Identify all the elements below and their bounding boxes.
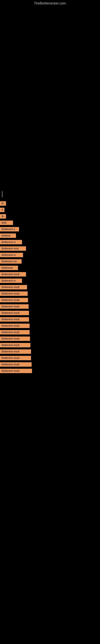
result-item[interactable]: Bottleneck result <box>0 285 100 290</box>
result-item[interactable]: Bottleneck result <box>0 298 100 302</box>
result-label: Bottleneck result <box>0 356 31 360</box>
result-label: Bottleneck result <box>0 330 30 334</box>
result-item[interactable]: Bottleneck result <box>0 324 100 328</box>
result-item[interactable]: Bottleneck re <box>0 240 100 244</box>
result-item[interactable]: Bottleneck re <box>0 278 100 283</box>
result-label: Bottleneck result <box>0 343 30 347</box>
top-area <box>0 6 100 98</box>
result-label: Bottleneck <box>0 266 18 270</box>
result-label: Bottleneck re <box>0 240 22 244</box>
result-label: Bottleneck d <box>0 227 19 232</box>
result-item[interactable]: Bottleneck <box>0 266 100 270</box>
result-label: B↓ <box>0 214 6 218</box>
result-label: Bottleneck result <box>0 285 27 290</box>
result-label: Bottleneck result <box>0 298 28 302</box>
separator-line <box>2 191 2 197</box>
result-label: Bottleneck result <box>0 292 28 296</box>
result-item[interactable]: B↓ <box>0 214 100 218</box>
site-title: TheBottlenecker.com <box>0 0 100 6</box>
result-label: E <box>0 208 4 212</box>
result-item[interactable]: Bottleneck result <box>0 362 100 367</box>
result-item[interactable]: Bottlene <box>0 234 100 238</box>
result-item[interactable]: Bottl <box>0 220 100 225</box>
result-item[interactable]: Bottleneck result <box>0 369 100 373</box>
result-label: Bottleneck result <box>0 362 32 367</box>
result-item[interactable]: Bottleneck result <box>0 343 100 347</box>
result-label: Bottleneck result <box>0 304 29 309</box>
result-item[interactable]: Bottleneck result <box>0 304 100 309</box>
result-label: Bottl <box>0 220 13 225</box>
result-label: Bottleneck result <box>0 272 26 276</box>
result-item[interactable]: Bottleneck result <box>0 349 100 354</box>
result-label: Bottleneck result <box>0 369 32 373</box>
result-label: Bottleneck resul <box>0 246 26 251</box>
result-item[interactable]: Bottleneck resul <box>0 246 100 251</box>
site-header: TheBottlenecker.com <box>0 0 100 6</box>
result-item[interactable]: Bottleneck result <box>0 356 100 360</box>
result-label: Bottleneck result <box>0 349 31 354</box>
result-item[interactable]: Bottleneck result <box>0 272 100 276</box>
result-item[interactable]: Bottleneck result <box>0 317 100 322</box>
result-item[interactable]: Bottleneck res <box>0 259 100 264</box>
result-item[interactable]: Bottleneck result <box>0 292 100 296</box>
result-label: Bottleneck result <box>0 324 30 328</box>
result-item[interactable]: Bottleneck result <box>0 336 100 341</box>
result-label: Bottleneck result <box>0 311 29 315</box>
result-label: Bottleneck re <box>0 253 23 257</box>
result-item[interactable]: Bottleneck result <box>0 311 100 315</box>
result-label: B↓ <box>0 201 6 206</box>
result-label: Bottlene <box>0 234 16 238</box>
result-label: Bottleneck result <box>0 317 29 322</box>
result-label: Bottleneck res <box>0 259 22 264</box>
result-item[interactable]: Bottleneck d <box>0 227 100 232</box>
result-label: Bottleneck result <box>0 336 30 341</box>
result-item[interactable]: Bottleneck result <box>0 330 100 334</box>
result-item[interactable]: Bottleneck re <box>0 253 100 257</box>
results-container: B↓EB↓BottlBottleneck dBottleneBottleneck… <box>0 201 100 373</box>
result-label: Bottleneck re <box>0 278 22 283</box>
result-item[interactable]: E <box>0 208 100 212</box>
result-item[interactable]: B↓ <box>0 201 100 206</box>
